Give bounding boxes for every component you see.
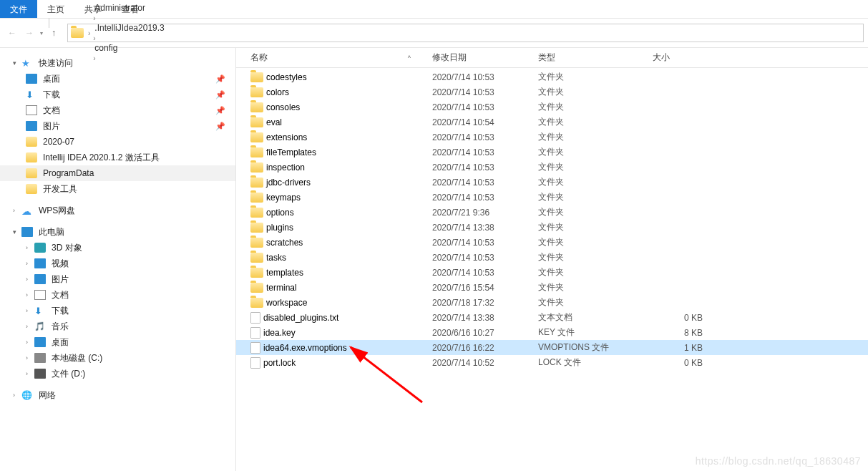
file-type: 文件夹 bbox=[538, 206, 653, 218]
sidebar-item-label: 2020-07 bbox=[43, 137, 74, 147]
file-type: 文件夹 bbox=[538, 116, 653, 128]
file-date: 2020/7/14 10:53 bbox=[432, 162, 538, 173]
sidebar-folder-idea[interactable]: Intellij IDEA 2020.1.2 激活工具 bbox=[0, 150, 235, 165]
table-row[interactable]: extensions2020/7/14 10:53文件夹 bbox=[236, 130, 868, 145]
chevron-right-icon[interactable]: › bbox=[87, 29, 92, 37]
folder-icon bbox=[26, 137, 37, 147]
pc-icon bbox=[21, 227, 33, 237]
sidebar-desktop2[interactable]: ›桌面 bbox=[0, 334, 235, 350]
forward-button[interactable]: → bbox=[21, 25, 37, 41]
file-name: tasks bbox=[266, 253, 286, 263]
ribbon-tab-0[interactable]: 文件 bbox=[0, 0, 37, 18]
table-row[interactable]: idea.key2020/6/16 10:27KEY 文件8 KB bbox=[236, 325, 868, 340]
table-row[interactable]: templates2020/7/14 10:53文件夹 bbox=[236, 265, 868, 280]
file-name: templates bbox=[266, 268, 303, 278]
file-name: port.lock bbox=[263, 358, 296, 368]
sidebar-downloads2[interactable]: ›下载 bbox=[0, 303, 235, 319]
col-size[interactable]: 大小 bbox=[653, 52, 717, 64]
file-type: 文本文档 bbox=[538, 311, 653, 324]
file-type: LOCK 文件 bbox=[538, 356, 653, 369]
file-type: 文件夹 bbox=[538, 161, 653, 173]
file-type: 文件夹 bbox=[538, 176, 653, 188]
sidebar-item-label: Intellij IDEA 2020.1.2 激活工具 bbox=[43, 152, 160, 164]
back-button[interactable]: ← bbox=[4, 25, 20, 41]
file-type: VMOPTIONS 文件 bbox=[538, 341, 653, 354]
chevron-right-icon[interactable]: › bbox=[92, 14, 97, 22]
chevron-right-icon[interactable]: › bbox=[92, 34, 97, 42]
file-type: 文件夹 bbox=[538, 146, 653, 158]
sidebar-localdisk-c[interactable]: ›本地磁盘 (C:) bbox=[0, 350, 235, 366]
col-name[interactable]: 名称^ bbox=[250, 52, 432, 64]
col-type[interactable]: 类型 bbox=[538, 52, 653, 64]
recent-dropdown[interactable]: ▾ bbox=[40, 30, 43, 37]
table-row[interactable]: workspace2020/7/18 17:32文件夹 bbox=[236, 295, 868, 310]
sidebar-network[interactable]: ›网络 bbox=[0, 387, 235, 403]
sidebar-pictures[interactable]: 图片📌 bbox=[0, 118, 235, 134]
table-row[interactable]: jdbc-drivers2020/7/14 10:53文件夹 bbox=[236, 175, 868, 190]
table-row[interactable]: consoles2020/7/14 10:53文件夹 bbox=[236, 99, 868, 115]
file-name: fileTemplates bbox=[266, 147, 316, 157]
table-row[interactable]: idea64.exe.vmoptions2020/7/16 16:22VMOPT… bbox=[236, 340, 868, 355]
ribbon-tab-1[interactable]: 主页 bbox=[37, 0, 74, 18]
file-date: 2020/7/14 13:38 bbox=[432, 223, 538, 233]
file-list: 名称^ 修改日期 类型 大小 codestyles2020/7/14 10:53… bbox=[236, 48, 868, 471]
file-name: idea.key bbox=[263, 328, 296, 338]
sidebar-item-label: 图片 bbox=[52, 273, 69, 286]
sidebar-item-label: 本地磁盘 (C:) bbox=[52, 352, 102, 364]
picture-icon bbox=[34, 274, 46, 284]
table-row[interactable]: disabled_plugins.txt2020/7/14 13:38文本文档0… bbox=[236, 310, 868, 325]
file-type: KEY 文件 bbox=[538, 326, 653, 339]
file-size: 0 KB bbox=[653, 313, 717, 323]
pin-icon: 📌 bbox=[215, 106, 225, 115]
sidebar-downloads[interactable]: 下载📌 bbox=[0, 87, 235, 102]
col-date[interactable]: 修改日期 bbox=[432, 52, 538, 64]
sidebar-music[interactable]: ›音乐 bbox=[0, 319, 235, 334]
sidebar-wps[interactable]: ›WPS网盘 bbox=[0, 203, 235, 218]
file-date: 2020/7/16 15:54 bbox=[432, 283, 538, 293]
file-size: 8 KB bbox=[653, 328, 717, 338]
table-row[interactable]: scratches2020/7/14 10:53文件夹 bbox=[236, 235, 868, 250]
folder-icon bbox=[250, 178, 263, 188]
sidebar-desktop[interactable]: 桌面📌 bbox=[0, 71, 235, 87]
file-name: jdbc-drivers bbox=[266, 178, 311, 188]
table-row[interactable]: codestyles2020/7/14 10:53文件夹 bbox=[236, 69, 868, 84]
sidebar-quick-access[interactable]: ▾快速访问 bbox=[0, 55, 235, 71]
breadcrumb-segment[interactable]: Administrator bbox=[92, 3, 167, 13]
sidebar-3d[interactable]: ›3D 对象 bbox=[0, 240, 235, 256]
file-date: 2020/7/14 10:53 bbox=[432, 268, 538, 278]
table-row[interactable]: keymaps2020/7/14 10:53文件夹 bbox=[236, 190, 868, 205]
sidebar-item-label: 文档 bbox=[52, 289, 69, 301]
sidebar-pictures2[interactable]: ›图片 bbox=[0, 271, 235, 287]
sidebar-folder-programdata[interactable]: ProgramData bbox=[0, 165, 235, 181]
table-row[interactable]: plugins2020/7/14 13:38文件夹 bbox=[236, 220, 868, 235]
table-row[interactable]: port.lock2020/7/14 10:52LOCK 文件0 KB bbox=[236, 355, 868, 370]
sidebar-this-pc[interactable]: ▾此电脑 bbox=[0, 224, 235, 240]
sidebar-file-d[interactable]: ›文件 (D:) bbox=[0, 366, 235, 382]
nav-bar: ← → ▾ ↑ › Administrator›.IntelliJIdea201… bbox=[0, 19, 868, 47]
sidebar: ▾快速访问 桌面📌 下载📌 文档📌 图片📌 2020-07 Intellij I… bbox=[0, 48, 236, 471]
breadcrumb-segment[interactable]: .IntelliJIdea2019.3 bbox=[92, 23, 167, 33]
file-icon bbox=[250, 342, 260, 354]
sidebar-folder-devtools[interactable]: 开发工具 bbox=[0, 181, 235, 197]
table-row[interactable]: terminal2020/7/16 15:54文件夹 bbox=[236, 280, 868, 295]
watermark: https://blog.csdn.net/qq_18630487 bbox=[696, 455, 861, 467]
breadcrumb[interactable]: › Administrator›.IntelliJIdea2019.3›conf… bbox=[67, 24, 864, 42]
folder-icon bbox=[250, 268, 263, 278]
star-icon bbox=[21, 58, 33, 68]
table-row[interactable]: inspection2020/7/14 10:53文件夹 bbox=[236, 160, 868, 175]
disk-icon bbox=[34, 369, 46, 379]
sidebar-documents2[interactable]: ›文档 bbox=[0, 287, 235, 303]
table-row[interactable]: fileTemplates2020/7/14 10:53文件夹 bbox=[236, 145, 868, 160]
file-size: 1 KB bbox=[653, 343, 717, 353]
table-row[interactable]: options2020/7/21 9:36文件夹 bbox=[236, 205, 868, 220]
desktop-icon bbox=[26, 74, 37, 84]
sidebar-videos[interactable]: ›视频 bbox=[0, 256, 235, 271]
sidebar-documents[interactable]: 文档📌 bbox=[0, 102, 235, 118]
folder-icon bbox=[250, 102, 263, 112]
table-row[interactable]: eval2020/7/14 10:54文件夹 bbox=[236, 115, 868, 130]
table-row[interactable]: colors2020/7/14 10:53文件夹 bbox=[236, 84, 868, 99]
sidebar-folder-202007[interactable]: 2020-07 bbox=[0, 134, 235, 150]
table-row[interactable]: tasks2020/7/14 10:53文件夹 bbox=[236, 250, 868, 265]
folder-icon bbox=[250, 117, 263, 127]
desktop-icon bbox=[34, 337, 46, 347]
